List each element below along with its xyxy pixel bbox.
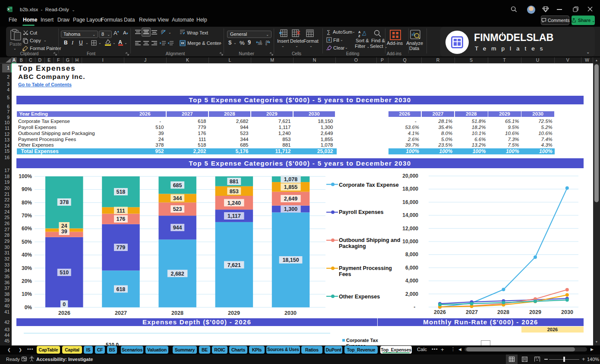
svg-text:0: 0: [260, 40, 262, 43]
svg-text:6,000: 6,000: [405, 265, 418, 271]
svg-text:2030: 2030: [561, 309, 573, 315]
svg-text:0: 0: [63, 301, 66, 308]
svg-text:10%: 10%: [22, 291, 32, 297]
svg-text:1,240: 1,240: [227, 200, 241, 206]
svg-text:20%: 20%: [22, 278, 32, 284]
svg-text:518: 518: [116, 189, 125, 195]
svg-text:18,150: 18,150: [282, 257, 299, 263]
svg-text:18,000: 18,000: [402, 186, 418, 192]
svg-text:510: 510: [60, 270, 69, 276]
svg-text:2028: 2028: [497, 309, 509, 315]
svg-text:10,000: 10,000: [402, 238, 418, 245]
svg-text:24: 24: [61, 223, 67, 229]
svg-text:2028: 2028: [171, 310, 183, 316]
svg-text:1,078: 1,078: [284, 176, 297, 182]
svg-text:4,000: 4,000: [405, 278, 418, 284]
svg-text:853: 853: [230, 188, 239, 195]
svg-text:779: 779: [116, 245, 125, 251]
svg-text:881: 881: [230, 179, 239, 185]
svg-text:16,000: 16,000: [402, 199, 418, 205]
svg-text:0%: 0%: [25, 304, 32, 311]
svg-text:111: 111: [117, 208, 125, 214]
svg-text:12,000: 12,000: [402, 226, 418, 232]
svg-text:944: 944: [173, 225, 182, 231]
svg-text:7,621: 7,621: [227, 262, 241, 268]
svg-text:2029: 2029: [529, 309, 541, 315]
svg-text:70%: 70%: [22, 213, 32, 219]
svg-text:-: -: [414, 304, 418, 310]
svg-text:2,649: 2,649: [284, 196, 297, 202]
svg-text:2026: 2026: [434, 309, 446, 315]
svg-text:176: 176: [116, 216, 125, 222]
svg-text:523: 523: [173, 206, 182, 212]
svg-text:1,117: 1,117: [227, 213, 241, 219]
svg-text:2030: 2030: [284, 310, 297, 316]
svg-text:378: 378: [60, 199, 69, 205]
svg-text:30%: 30%: [22, 265, 32, 271]
svg-text:618: 618: [116, 286, 125, 292]
svg-text:90%: 90%: [22, 186, 32, 192]
svg-text:80%: 80%: [22, 200, 32, 206]
svg-text:2027: 2027: [115, 310, 127, 316]
svg-text:0: 0: [265, 43, 267, 46]
svg-text:100%: 100%: [19, 173, 32, 179]
svg-text:8,000: 8,000: [405, 251, 418, 257]
svg-text:2026: 2026: [58, 310, 70, 316]
svg-text:60%: 60%: [22, 226, 32, 232]
svg-text:20,000: 20,000: [402, 173, 418, 179]
svg-text:685: 685: [173, 182, 182, 188]
svg-text:14,000: 14,000: [402, 212, 418, 218]
svg-text:2029: 2029: [228, 310, 240, 316]
svg-text:X: X: [7, 7, 9, 11]
svg-text:50%: 50%: [22, 239, 32, 245]
svg-text:344: 344: [173, 195, 182, 201]
svg-text:2027: 2027: [466, 309, 478, 315]
svg-text:2,000: 2,000: [405, 291, 418, 297]
svg-text:A: A: [358, 30, 361, 34]
svg-text:Z: Z: [358, 34, 360, 38]
svg-text:39: 39: [61, 229, 67, 235]
svg-text:2,682: 2,682: [171, 271, 184, 277]
svg-text:40%: 40%: [22, 252, 32, 258]
svg-text:1,300: 1,300: [284, 206, 297, 212]
svg-text:1,855: 1,855: [284, 184, 297, 190]
